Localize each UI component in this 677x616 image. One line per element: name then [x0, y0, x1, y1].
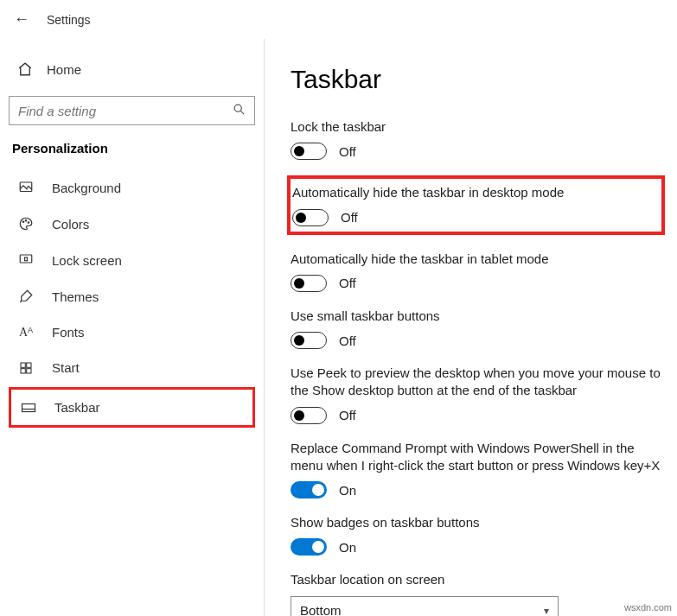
sidebar-item-start[interactable]: Start — [9, 350, 255, 385]
sidebar-item-label: Start — [52, 360, 80, 375]
toggle-autohide-desktop[interactable] — [292, 209, 329, 226]
svg-rect-12 — [22, 403, 35, 411]
toggle-state: Off — [339, 276, 356, 290]
home-icon — [17, 61, 33, 77]
toggle-state: On — [339, 483, 356, 498]
sidebar-item-label: Colors — [52, 217, 89, 232]
setting-autohide-tablet: Automatically hide the taskbar in tablet… — [291, 251, 665, 292]
setting-label: Automatically hide the taskbar in tablet… — [291, 251, 665, 268]
brush-icon — [17, 289, 35, 304]
setting-label: Automatically hide the taskbar in deskto… — [292, 184, 656, 201]
search-input[interactable] — [9, 96, 255, 125]
home-label: Home — [47, 62, 81, 77]
sidebar-item-label: Background — [52, 181, 121, 195]
toggle-badges[interactable] — [291, 538, 327, 556]
toggle-peek[interactable] — [291, 407, 327, 424]
taskbar-icon — [20, 402, 37, 414]
svg-line-1 — [240, 111, 244, 114]
fonts-icon: AA — [17, 326, 35, 340]
toggle-autohide-tablet[interactable] — [291, 275, 327, 292]
sidebar: Home Personalization Background Colors — [0, 39, 264, 616]
svg-point-3 — [22, 221, 24, 223]
sidebar-item-lockscreen[interactable]: Lock screen — [9, 242, 255, 278]
setting-label: Replace Command Prompt with Windows Powe… — [291, 440, 665, 475]
toggle-state: Off — [339, 408, 356, 422]
setting-badges: Show badges on taskbar buttons On — [291, 514, 665, 556]
setting-label: Use small taskbar buttons — [291, 308, 665, 325]
sidebar-item-themes[interactable]: Themes — [9, 278, 255, 314]
sidebar-item-colors[interactable]: Colors — [9, 206, 255, 242]
setting-powershell: Replace Command Prompt with Windows Powe… — [291, 440, 665, 499]
home-button[interactable]: Home — [9, 56, 255, 82]
svg-rect-10 — [21, 368, 25, 372]
svg-point-0 — [234, 105, 241, 111]
sidebar-item-taskbar[interactable]: Taskbar — [9, 387, 255, 428]
svg-rect-6 — [20, 255, 32, 263]
setting-small-buttons: Use small taskbar buttons Off — [291, 308, 665, 349]
sidebar-item-label: Taskbar — [54, 400, 100, 415]
toggle-state: Off — [339, 333, 356, 348]
sidebar-item-label: Themes — [52, 289, 99, 304]
setting-label: Use Peek to preview the desktop when you… — [291, 365, 665, 400]
main-panel: Taskbar Lock the taskbar Off Automatical… — [265, 39, 677, 616]
toggle-lock-taskbar[interactable] — [291, 143, 327, 160]
palette-icon — [17, 216, 35, 232]
setting-lock-taskbar: Lock the taskbar Off — [291, 118, 665, 160]
page-title: Taskbar — [291, 65, 665, 94]
back-icon[interactable]: ← — [14, 10, 29, 29]
svg-rect-7 — [25, 257, 28, 261]
sidebar-section-title: Personalization — [9, 141, 255, 169]
sidebar-item-fonts[interactable]: AA Fonts — [9, 314, 255, 350]
setting-peek: Use Peek to preview the desktop when you… — [291, 365, 665, 424]
select-value: Bottom — [300, 603, 342, 616]
svg-rect-8 — [21, 363, 25, 367]
image-icon — [17, 180, 35, 195]
sidebar-item-label: Lock screen — [52, 253, 122, 268]
setting-label: Lock the taskbar — [291, 118, 665, 136]
window-title: Settings — [47, 13, 91, 27]
svg-rect-11 — [27, 368, 31, 372]
lockscreen-icon — [17, 252, 35, 268]
search-field[interactable] — [18, 104, 212, 118]
search-icon — [233, 103, 246, 118]
svg-point-4 — [25, 220, 27, 222]
toggle-state: On — [339, 540, 356, 555]
location-select[interactable]: Bottom ▾ — [291, 596, 559, 617]
setting-label: Taskbar location on screen — [291, 571, 665, 588]
setting-location: Taskbar location on screen Bottom ▾ — [291, 571, 665, 616]
svg-point-5 — [28, 222, 29, 224]
toggle-powershell[interactable] — [291, 481, 327, 499]
start-icon — [17, 361, 35, 375]
chevron-down-icon: ▾ — [544, 605, 549, 617]
setting-autohide-desktop: Automatically hide the taskbar in deskto… — [287, 175, 665, 234]
toggle-state: Off — [341, 210, 358, 225]
watermark: wsxdn.com — [624, 602, 672, 613]
sidebar-item-label: Fonts — [52, 325, 85, 340]
setting-label: Show badges on taskbar buttons — [291, 514, 665, 531]
svg-rect-9 — [27, 363, 31, 367]
sidebar-item-background[interactable]: Background — [9, 169, 255, 206]
toggle-small-buttons[interactable] — [291, 332, 327, 349]
toggle-state: Off — [339, 144, 356, 159]
